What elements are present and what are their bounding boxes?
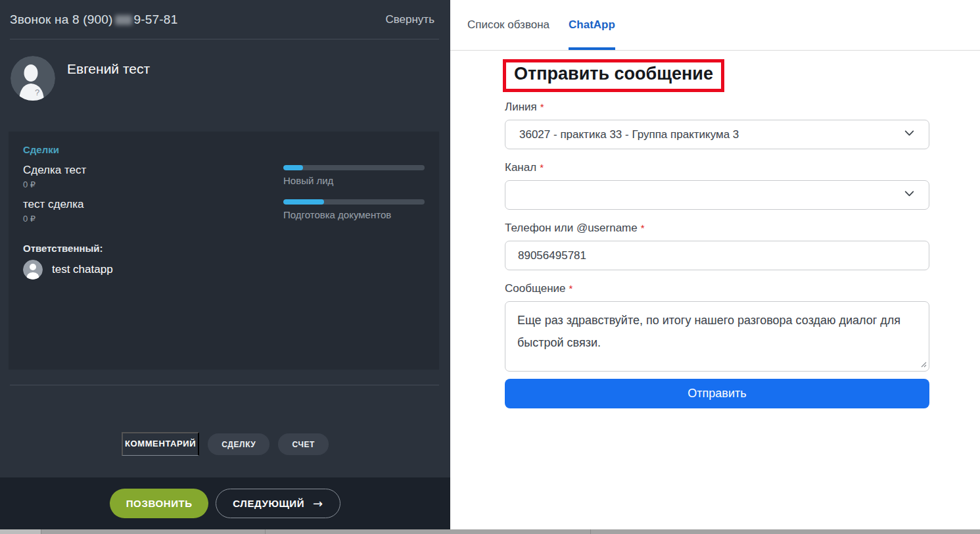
person-placeholder-icon: ? xyxy=(11,56,55,101)
tab-call-list[interactable]: Список обзвона xyxy=(467,0,549,50)
deal-stage-progress: Подготовка документов xyxy=(283,198,425,224)
section-divider xyxy=(10,385,439,385)
message-textarea[interactable]: Еще раз здравствуйте, по итогу нашего ра… xyxy=(505,301,929,372)
channel-label: Канал* xyxy=(505,161,929,174)
responsible-name: test chatapp xyxy=(52,263,113,276)
form-title-wrap: Отправить сообщение xyxy=(503,59,980,92)
arrow-right-icon: → xyxy=(313,497,323,510)
contact-avatar: ? xyxy=(11,56,55,101)
next-button[interactable]: СЛЕДУЮЩИЙ → xyxy=(216,489,340,518)
chevron-down-icon xyxy=(904,128,915,142)
scrollbar-cap xyxy=(0,529,41,534)
collapse-button[interactable]: Свернуть xyxy=(385,13,434,26)
svg-text:?: ? xyxy=(35,87,39,97)
highlight-box: Отправить сообщение xyxy=(503,59,724,92)
deal-info: тест сделка 0 ₽ xyxy=(23,198,84,224)
deal-amount: 0 ₽ xyxy=(23,180,86,189)
deal-row: Сделка тест 0 ₽ Новый лид xyxy=(23,164,425,189)
responsible-avatar xyxy=(23,260,43,279)
call-header: Звонок на 8 (900)9-57-81 Свернуть xyxy=(0,0,450,39)
call-title: Звонок на 8 (900)9-57-81 xyxy=(10,12,177,27)
deal-stage-label: Подготовка документов xyxy=(283,209,425,220)
deal-row: тест сделка 0 ₽ Подготовка документов xyxy=(23,198,425,224)
contact-block: ? Евгений тест xyxy=(0,39,450,101)
progress-track xyxy=(283,165,425,170)
contact-name: Евгений тест xyxy=(67,61,150,101)
line-select[interactable]: 36027 - практика 33 - Группа практикума … xyxy=(505,120,929,149)
required-marker: * xyxy=(641,222,645,233)
message-textarea-wrap: Еще раз здравствуйте, по итогу нашего ра… xyxy=(505,301,929,372)
app-window: Звонок на 8 (900)9-57-81 Свернуть ? Евге… xyxy=(0,0,980,534)
deal-info: Сделка тест 0 ₽ xyxy=(23,164,86,189)
line-select-value: 36027 - практика 33 - Группа практикума … xyxy=(519,128,739,141)
phone-input[interactable] xyxy=(505,241,929,270)
deal-stage-label: Новый лид xyxy=(283,175,425,186)
call-footer-tabs: КОММЕНТАРИЙ СДЕЛКУ СЧЕТ xyxy=(0,432,450,456)
progress-fill xyxy=(283,199,324,205)
deals-section-title: Сделки xyxy=(23,144,425,155)
resize-handle-icon[interactable] xyxy=(921,362,927,368)
call-panel: Звонок на 8 (900)9-57-81 Свернуть ? Евге… xyxy=(0,0,450,529)
next-button-label: СЛЕДУЮЩИЙ xyxy=(233,498,304,509)
deal-name[interactable]: тест сделка xyxy=(23,198,84,211)
progress-track xyxy=(283,199,425,205)
tab-comment[interactable]: КОММЕНТАРИЙ xyxy=(122,432,199,456)
progress-fill xyxy=(283,165,303,170)
tab-deal[interactable]: СДЕЛКУ xyxy=(208,433,269,455)
blurred-digits xyxy=(115,15,132,25)
scrollbar-separator xyxy=(265,529,266,534)
deal-name[interactable]: Сделка тест xyxy=(23,164,86,177)
call-actions-bar: ПОЗВОНИТЬ СЛЕДУЮЩИЙ → xyxy=(0,477,450,529)
responsible-label: Ответственный: xyxy=(23,243,425,254)
send-button[interactable]: Отправить xyxy=(505,379,929,408)
tab-invoice[interactable]: СЧЕТ xyxy=(278,433,329,455)
line-label: Линия* xyxy=(505,101,929,114)
scrollbar-separator xyxy=(590,529,591,534)
form-title: Отправить сообщение xyxy=(514,64,713,84)
chatapp-panel: Список обзвона ChatApp Отправить сообщен… xyxy=(450,0,980,529)
phone-label: Телефон или @username* xyxy=(505,222,929,235)
deal-stage-progress: Новый лид xyxy=(283,164,425,189)
required-marker: * xyxy=(540,162,544,173)
tab-chatapp[interactable]: ChatApp xyxy=(569,0,615,50)
chat-tabbar: Список обзвона ChatApp xyxy=(450,0,980,51)
channel-select[interactable] xyxy=(505,180,929,210)
chevron-down-icon xyxy=(904,188,915,203)
send-message-form: Линия* 36027 - практика 33 - Группа прак… xyxy=(505,101,929,408)
deal-amount: 0 ₽ xyxy=(23,214,84,224)
horizontal-scrollbar[interactable] xyxy=(0,529,980,534)
required-marker: * xyxy=(569,283,573,294)
required-marker: * xyxy=(540,101,544,112)
person-icon xyxy=(23,260,43,279)
call-title-suffix: 9-57-81 xyxy=(134,12,178,26)
call-title-prefix: Звонок на 8 (900) xyxy=(10,12,113,26)
deals-card: Сделки Сделка тест 0 ₽ Новый лид тест сд… xyxy=(9,132,439,370)
message-label: Сообщение* xyxy=(505,282,929,295)
responsible-row: test chatapp xyxy=(23,260,425,279)
call-button[interactable]: ПОЗВОНИТЬ xyxy=(110,489,208,518)
